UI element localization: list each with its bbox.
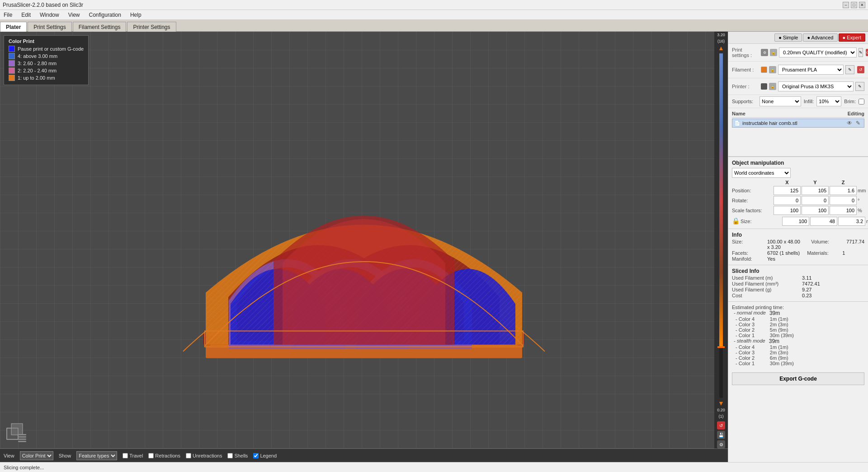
normal-mode-value: 39m xyxy=(769,310,780,316)
shells-checkbox[interactable] xyxy=(227,453,233,458)
undo-layer-button[interactable]: ↺ xyxy=(717,421,725,429)
travel-checkbox[interactable] xyxy=(123,453,128,458)
supports-dropdown[interactable]: None xyxy=(760,96,801,106)
tab-print-settings[interactable]: Print Settings xyxy=(28,22,71,32)
menu-help[interactable]: Help xyxy=(128,11,143,19)
print-time-section: Estimated printing time: - normal mode 3… xyxy=(728,301,868,369)
menu-file[interactable]: File xyxy=(2,11,14,19)
lock-icon[interactable]: 🔒 xyxy=(732,217,740,224)
sliced-filament-mm3-label: Used Filament (mm³) xyxy=(732,281,802,286)
app-title: PrusaSlicer-2.2.0 based on Slic3r xyxy=(3,2,83,8)
save-layer-button[interactable]: 💾 xyxy=(717,431,725,439)
object-edit-icon[interactable]: ✎ xyxy=(856,120,860,126)
info-volume-value: 7717.74 xyxy=(846,239,864,250)
rotate-x-input[interactable] xyxy=(774,196,801,205)
retractions-checkbox[interactable] xyxy=(148,453,154,458)
printer-edit-button[interactable]: ✎ xyxy=(855,82,864,91)
color-legend: Color Print Pause print or custom G-code… xyxy=(4,35,89,85)
maximize-button[interactable]: □ xyxy=(851,2,857,8)
filament-edit-button[interactable]: ✎ xyxy=(845,65,854,74)
menu-configuration[interactable]: Configuration xyxy=(87,11,123,19)
mode-buttons: ● Simple ● Advanced ● Expert xyxy=(728,32,868,44)
simple-mode-button[interactable]: ● Simple xyxy=(774,33,802,42)
info-manifold-row: Manifold: Yes xyxy=(732,256,864,262)
legend-item-pause: Pause print or custom G-code xyxy=(9,46,84,52)
layer-thumb[interactable] xyxy=(717,346,725,348)
scale-z-input[interactable] xyxy=(830,206,857,215)
position-y-input[interactable] xyxy=(802,186,829,195)
expert-mode-button[interactable]: ● Expert xyxy=(839,33,866,42)
layer-top-sub: (16) xyxy=(717,38,726,44)
settings-layer-button[interactable]: ⚙ xyxy=(717,440,725,448)
filament-dropdown[interactable]: Prusament PLA xyxy=(778,65,844,75)
3d-object-svg xyxy=(160,134,567,369)
checkbox-unretractions[interactable]: Unretractions xyxy=(186,453,222,458)
tab-printer-settings[interactable]: Printer Settings xyxy=(127,22,176,32)
checkbox-legend[interactable]: Legend xyxy=(253,453,277,458)
menu-edit[interactable]: Edit xyxy=(19,11,33,19)
size-y-input[interactable] xyxy=(810,217,837,226)
legend-item-4: 4: above 3.00 mm xyxy=(9,53,84,59)
sliced-filament-mm3-row: Used Filament (mm³) 7472.41 xyxy=(732,281,864,286)
object-list-header: Name Editing xyxy=(732,110,864,118)
advanced-mode-button[interactable]: ● Advanced xyxy=(803,33,837,42)
print-settings-lock-icon: 🔒 xyxy=(770,49,777,56)
layer-up-button[interactable]: ▲ xyxy=(718,44,724,52)
info-facets-value: 6702 (1 shells) xyxy=(767,250,800,256)
infill-dropdown[interactable]: 10% xyxy=(816,96,841,106)
menu-view[interactable]: View xyxy=(66,11,82,19)
legend-color-3 xyxy=(9,60,15,67)
printer-row: Printer : 🔒 Original Prusa i3 MK3S ✎ xyxy=(732,81,864,91)
layer-fill xyxy=(719,53,723,346)
show-select[interactable]: Feature types xyxy=(76,451,117,460)
object-row[interactable]: 📄 instructable hair comb.stl 👁 ✎ xyxy=(732,119,864,128)
stealth-mode-label: - stealth mode xyxy=(734,338,765,344)
viewport[interactable]: Color Print Pause print or custom G-code… xyxy=(0,32,728,462)
layer-bottom-sub: (1) xyxy=(718,413,725,420)
unretractions-label: Unretractions xyxy=(193,453,222,458)
print-settings-edit-button[interactable]: ✎ xyxy=(859,48,863,57)
printer-dropdown[interactable]: Original Prusa i3 MK3S xyxy=(778,81,854,91)
checkbox-shells[interactable]: Shells xyxy=(227,453,248,458)
layer-down-button[interactable]: ▼ xyxy=(718,400,724,407)
svg-rect-7 xyxy=(11,424,23,435)
layer-slider[interactable]: 3.20 (16) ▲ ▼ 0.20 (1) ↺ 💾 ⚙ xyxy=(714,32,728,448)
svg-rect-9 xyxy=(18,434,26,435)
layer-track[interactable] xyxy=(719,53,723,398)
supports-label: Supports: xyxy=(732,99,757,104)
menu-window[interactable]: Window xyxy=(38,11,61,19)
checkbox-travel[interactable]: Travel xyxy=(123,453,143,458)
position-z-input[interactable] xyxy=(830,186,857,195)
nav-cube[interactable] xyxy=(5,421,27,444)
printer-icon xyxy=(761,83,767,90)
export-gcode-button[interactable]: Export G-code xyxy=(732,372,864,385)
checkbox-retractions[interactable]: Retractions xyxy=(148,453,180,458)
size-x-input[interactable] xyxy=(782,217,809,226)
scale-x-input[interactable] xyxy=(774,206,801,215)
brim-checkbox[interactable] xyxy=(859,99,864,105)
size-z-input[interactable] xyxy=(838,217,865,226)
print-settings-reset-button[interactable]: ↺ xyxy=(866,49,868,56)
close-button[interactable]: ✕ xyxy=(859,2,865,8)
layer-bottom-label: 0.20 xyxy=(716,407,726,413)
print-settings-dropdown[interactable]: 0.20mm QUALITY (modified) xyxy=(779,48,857,57)
filament-reset-button[interactable]: ↺ xyxy=(857,66,864,73)
tab-filament-settings[interactable]: Filament Settings xyxy=(73,22,127,32)
sliced-filament-mm3-value: 7472.41 xyxy=(802,281,820,286)
coordinate-system-dropdown[interactable]: World coordinates Local coordinates xyxy=(732,168,791,178)
view-select[interactable]: Color Print xyxy=(20,451,53,460)
filament-row: Filament : 🔒 Prusament PLA ✎ ↺ xyxy=(732,65,864,75)
scale-y-input[interactable] xyxy=(802,206,829,215)
object-visibility-icon[interactable]: 👁 xyxy=(847,120,852,126)
svg-rect-11 xyxy=(18,439,26,440)
legend-checkbox[interactable] xyxy=(253,453,259,458)
rotate-y-input[interactable] xyxy=(802,196,829,205)
viewport-bottom: View Color Print Show Feature types Trav… xyxy=(0,448,728,462)
rotate-z-input[interactable] xyxy=(830,196,857,205)
normal-mode-label: - normal mode xyxy=(734,310,766,316)
size-label: Size: xyxy=(741,219,781,224)
minimize-button[interactable]: – xyxy=(843,2,849,8)
tab-plater[interactable]: Plater xyxy=(0,22,27,32)
unretractions-checkbox[interactable] xyxy=(186,453,191,458)
position-x-input[interactable] xyxy=(774,186,801,195)
